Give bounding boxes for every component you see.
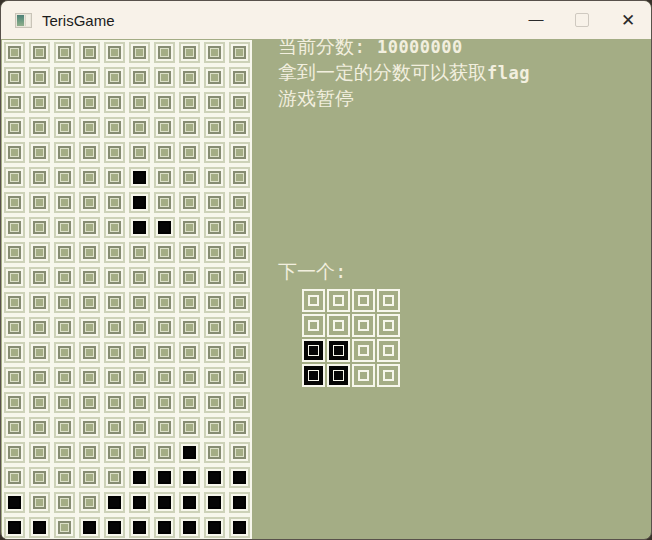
board-cell-empty bbox=[102, 290, 127, 315]
board-cell-empty bbox=[102, 40, 127, 65]
board-cell-empty bbox=[152, 440, 177, 465]
score-value: 10000000 bbox=[377, 37, 463, 57]
board-cell-empty bbox=[102, 340, 127, 365]
board-cell-empty bbox=[102, 165, 127, 190]
board-cell-filled bbox=[2, 515, 27, 540]
close-icon: ✕ bbox=[621, 12, 635, 29]
board-cell-empty bbox=[2, 315, 27, 340]
board-cell-empty bbox=[202, 340, 227, 365]
board-cell-empty bbox=[102, 265, 127, 290]
board-cell-empty bbox=[102, 465, 127, 490]
maximize-icon bbox=[575, 13, 589, 27]
board-cell-empty bbox=[227, 365, 252, 390]
board-cell-filled bbox=[27, 515, 52, 540]
board-cell-empty bbox=[27, 240, 52, 265]
board-cell-empty bbox=[177, 165, 202, 190]
board-cell-filled bbox=[177, 490, 202, 515]
board-cell-empty bbox=[177, 40, 202, 65]
board-cell-filled bbox=[127, 215, 152, 240]
board-cell-filled bbox=[127, 190, 152, 215]
maximize-button[interactable] bbox=[559, 1, 605, 39]
board-cell-empty bbox=[102, 365, 127, 390]
board-grid bbox=[2, 40, 252, 540]
board-cell-empty bbox=[2, 415, 27, 440]
minimize-icon: — bbox=[529, 11, 544, 26]
board-cell-empty bbox=[177, 340, 202, 365]
board-cell-empty bbox=[177, 315, 202, 340]
next-cell-filled bbox=[327, 364, 350, 387]
board-cell-empty bbox=[152, 315, 177, 340]
board-cell-empty bbox=[2, 440, 27, 465]
board-cell-empty bbox=[52, 190, 77, 215]
board-cell-empty bbox=[227, 315, 252, 340]
window-title: TerisGame bbox=[42, 12, 115, 29]
app-icon-light-pane bbox=[25, 15, 30, 26]
minimize-button[interactable]: — bbox=[513, 1, 559, 39]
board-cell-empty bbox=[102, 315, 127, 340]
board-cell-empty bbox=[177, 140, 202, 165]
board-cell-empty bbox=[202, 190, 227, 215]
hint-text: 拿到一定的分数可以获取 bbox=[278, 61, 487, 83]
board-cell-empty bbox=[202, 140, 227, 165]
board-cell-empty bbox=[52, 315, 77, 340]
board-cell-empty bbox=[2, 190, 27, 215]
board-cell-empty bbox=[27, 65, 52, 90]
board-cell-empty bbox=[27, 465, 52, 490]
board-cell-empty bbox=[27, 90, 52, 115]
next-piece-label: 下一个: bbox=[278, 259, 346, 285]
next-cell-empty bbox=[377, 314, 400, 337]
board-cell-empty bbox=[2, 215, 27, 240]
board-cell-empty bbox=[127, 315, 152, 340]
board-cell-filled bbox=[152, 215, 177, 240]
board-cell-empty bbox=[77, 190, 102, 215]
next-cell-empty bbox=[327, 314, 350, 337]
board-cell-empty bbox=[127, 90, 152, 115]
next-cell-empty bbox=[377, 364, 400, 387]
board-cell-empty bbox=[2, 290, 27, 315]
board-cell-filled bbox=[77, 515, 102, 540]
board-cell-empty bbox=[127, 40, 152, 65]
board-cell-filled bbox=[152, 490, 177, 515]
board-cell-filled bbox=[202, 465, 227, 490]
board-cell-empty bbox=[152, 65, 177, 90]
board-cell-empty bbox=[2, 115, 27, 140]
board-cell-empty bbox=[77, 240, 102, 265]
board-cell-filled bbox=[177, 440, 202, 465]
board-cell-empty bbox=[152, 265, 177, 290]
board-cell-empty bbox=[202, 315, 227, 340]
board-cell-empty bbox=[52, 115, 77, 140]
board-cell-empty bbox=[127, 65, 152, 90]
board-cell-filled bbox=[152, 465, 177, 490]
next-cell-empty bbox=[302, 314, 325, 337]
board-cell-filled bbox=[127, 465, 152, 490]
board-cell-filled bbox=[227, 515, 252, 540]
board-cell-empty bbox=[2, 240, 27, 265]
board-cell-empty bbox=[52, 215, 77, 240]
titlebar: TerisGame — ✕ bbox=[1, 1, 651, 39]
board-cell-empty bbox=[52, 165, 77, 190]
board-cell-empty bbox=[77, 290, 102, 315]
board-cell-empty bbox=[2, 390, 27, 415]
board-cell-empty bbox=[152, 40, 177, 65]
board-cell-filled bbox=[102, 515, 127, 540]
board-cell-empty bbox=[227, 415, 252, 440]
board-cell-empty bbox=[177, 415, 202, 440]
info-panel: 当前分数: 10000000 拿到一定的分数可以获取flag 游戏暂停 bbox=[278, 34, 530, 111]
board-cell-empty bbox=[227, 90, 252, 115]
board-cell-filled bbox=[177, 515, 202, 540]
board-cell-empty bbox=[27, 490, 52, 515]
board-cell-filled bbox=[227, 490, 252, 515]
board-cell-empty bbox=[127, 240, 152, 265]
board-cell-empty bbox=[52, 490, 77, 515]
board-cell-empty bbox=[127, 290, 152, 315]
board-cell-empty bbox=[177, 190, 202, 215]
board-cell-filled bbox=[127, 165, 152, 190]
board-cell-empty bbox=[202, 65, 227, 90]
board-cell-empty bbox=[127, 265, 152, 290]
next-cell-filled bbox=[327, 339, 350, 362]
board-cell-empty bbox=[27, 115, 52, 140]
board-cell-empty bbox=[102, 90, 127, 115]
next-cell-empty bbox=[377, 339, 400, 362]
board-cell-empty bbox=[77, 340, 102, 365]
close-button[interactable]: ✕ bbox=[605, 1, 651, 39]
